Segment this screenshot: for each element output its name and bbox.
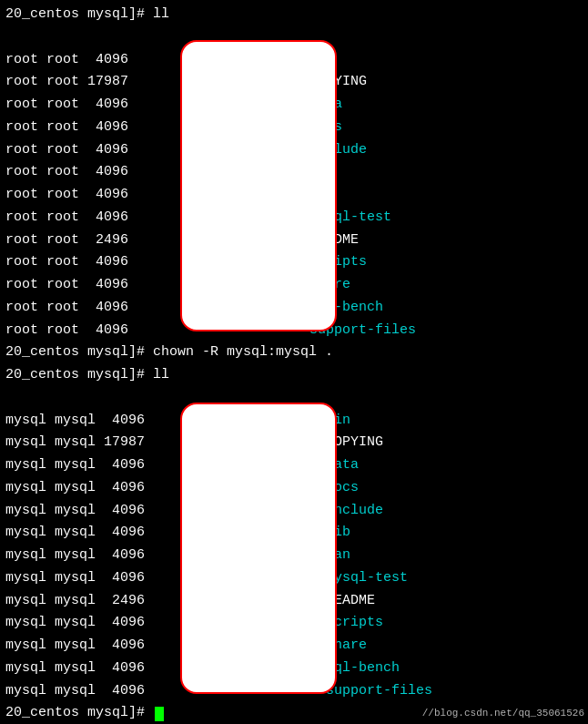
owner-col: mysql mysql 4096 <box>5 658 161 680</box>
owner-col: root root 4096 <box>5 274 145 297</box>
owner-col: mysql mysql 4096 <box>5 612 161 635</box>
owner-col: mysql mysql 4096 <box>5 680 161 703</box>
owner-col: mysql mysql 4096 <box>5 454 161 477</box>
owner-col: root root 2496 <box>5 229 145 252</box>
censor-overlay-2 <box>180 403 337 694</box>
owner-col: root root 4096 <box>5 94 145 117</box>
owner-col: mysql mysql 4096 <box>5 522 161 545</box>
cmd-1: ll <box>145 4 169 26</box>
owner-col: mysql mysql 4096 <box>5 410 161 433</box>
terminal-window: 20_centos mysql]# ll root root 4096 bin … <box>0 0 588 724</box>
owner-col: mysql mysql 4096 <box>5 545 161 567</box>
command-line-1: 20_centos mysql]# ll <box>5 4 583 26</box>
owner-col: root root 4096 <box>5 117 145 139</box>
owner-col: mysql mysql 2496 <box>5 590 161 613</box>
owner-col: root root 4096 <box>5 320 145 342</box>
owner-col: mysql mysql 4096 <box>5 567 161 590</box>
command-chown: 20_centos mysql]# chown -R mysql:mysql . <box>5 342 583 364</box>
owner-col: root root 17987 <box>5 71 145 94</box>
owner-col: root root 4096 <box>5 207 145 229</box>
owner-col: root root 4096 <box>5 297 145 320</box>
prompt-1: 20_centos mysql]# <box>5 4 145 26</box>
chown-text: 20_centos mysql]# chown -R mysql:mysql . <box>5 342 333 364</box>
owner-col: root root 4096 <box>5 161 145 184</box>
owner-col: root root 4096 <box>5 184 145 207</box>
owner-col: root root 4096 <box>5 251 145 274</box>
owner-col: mysql mysql 4096 <box>5 477 161 500</box>
censor-overlay-1 <box>180 40 337 331</box>
command-line-2: 20_centos mysql]# ll <box>5 364 583 387</box>
owner-col: mysql mysql 4096 <box>5 635 161 658</box>
final-prompt: 20_centos mysql]# <box>5 702 153 724</box>
owner-col: mysql mysql 4096 <box>5 500 161 523</box>
owner-col: root root 4096 <box>5 49 145 72</box>
final-prompt-line: 20_centos mysql]# <box>5 702 583 724</box>
prompt-2: 20_centos mysql]# ll <box>5 364 169 387</box>
owner-col: root root 4096 <box>5 139 145 162</box>
owner-col: mysql mysql 17987 <box>5 432 161 454</box>
cursor <box>155 707 164 721</box>
